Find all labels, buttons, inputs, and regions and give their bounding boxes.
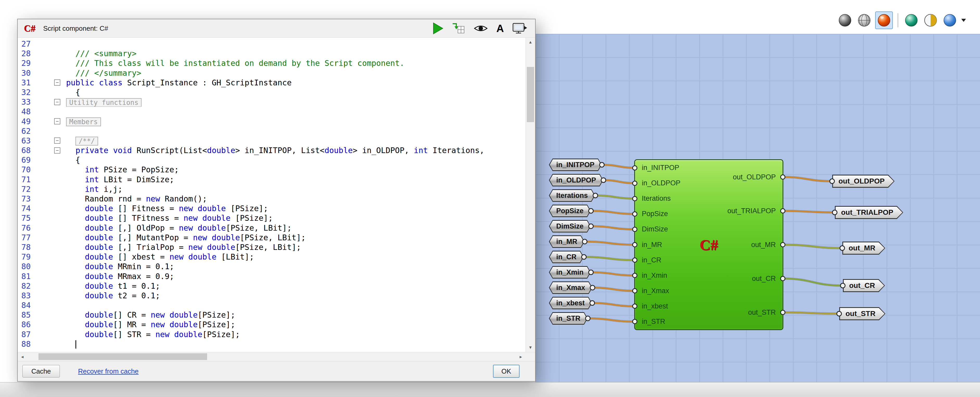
wire-grip[interactable] <box>780 276 785 281</box>
output-param-out_CR[interactable]: out_CR <box>843 279 885 292</box>
input-param-PopSize[interactable]: PopSize <box>549 205 591 217</box>
dropdown-arrow-icon[interactable] <box>961 19 966 22</box>
fold-collapse-icon[interactable]: − <box>54 147 60 154</box>
wire-grip[interactable] <box>632 165 637 171</box>
code-text: private void RunScript(List<double> in_I… <box>65 145 525 155</box>
wire-grip[interactable] <box>588 223 594 229</box>
cache-button[interactable]: Cache <box>22 365 60 378</box>
wire-grip[interactable] <box>632 257 637 263</box>
editor-titlebar[interactable]: C# Script component: C# <box>18 19 535 38</box>
fold-margin[interactable]: − <box>52 145 65 155</box>
wire-grip[interactable] <box>632 227 637 232</box>
line-number: 79 <box>18 252 52 261</box>
wire-grip[interactable] <box>840 246 845 251</box>
fold-margin[interactable]: − <box>52 136 65 145</box>
output-param-out_STR[interactable]: out_STR <box>839 307 885 320</box>
blue-sphere-icon[interactable] <box>942 12 958 29</box>
line-number: 69 <box>18 155 52 165</box>
scroll-down-icon[interactable]: ▼ <box>526 343 535 352</box>
fold-collapse-icon[interactable]: − <box>54 80 60 86</box>
wire-grip[interactable] <box>632 181 637 186</box>
grasshopper-canvas[interactable]: in_INITPOPin_OLDPOPIterationsPopSizeDimS… <box>535 34 980 383</box>
input-param-in_xbest[interactable]: in_xbest <box>549 297 592 309</box>
eye-icon[interactable] <box>474 23 488 33</box>
shaded-sphere-icon[interactable] <box>837 12 853 29</box>
wire-grip[interactable] <box>581 254 587 260</box>
wire-grip[interactable] <box>601 177 606 183</box>
input-param-in_MR[interactable]: in_MR <box>549 235 585 248</box>
fold-margin[interactable]: − <box>52 78 65 88</box>
wire-grip[interactable] <box>829 179 835 184</box>
scroll-right-icon[interactable]: ► <box>516 352 525 361</box>
output-param-out_OLDPOP[interactable]: out_OLDPOP <box>832 175 894 188</box>
red-sphere-icon[interactable] <box>875 11 893 29</box>
wireframe-sphere-icon[interactable] <box>856 12 873 29</box>
recover-from-cache-link[interactable]: Recover from cache <box>78 367 138 375</box>
vertical-scrollbar[interactable]: ▲ ▼ <box>525 38 535 352</box>
hscroll-track[interactable] <box>27 352 516 361</box>
code-lines[interactable]: 2728 /// <summary>29 /// This class will… <box>18 38 525 352</box>
code-text: double MRmax = 0.9; <box>65 271 525 281</box>
capsule-label: in_INITPOP <box>549 161 602 169</box>
code-line: 72 int i,j; <box>18 184 525 194</box>
output-param-out_MR[interactable]: out_MR <box>842 242 885 255</box>
csharp-component-logo[interactable]: C# <box>700 236 718 254</box>
fold-margin[interactable]: − <box>52 97 65 107</box>
component-input-PopSize: PopSize <box>635 206 713 222</box>
component-output-out_STR: out_STR <box>710 295 783 329</box>
code-text <box>65 339 525 349</box>
half-circle-icon[interactable] <box>922 12 939 29</box>
wire-grip[interactable] <box>590 285 595 290</box>
green-sphere-icon[interactable] <box>903 12 920 29</box>
input-param-DimSize[interactable]: DimSize <box>549 220 591 233</box>
insert-source-icon[interactable] <box>452 22 465 35</box>
wire-grip[interactable] <box>832 210 837 215</box>
input-param-in_CR[interactable]: in_CR <box>549 251 584 263</box>
wire-grip[interactable] <box>780 208 785 214</box>
capsule-label: in_CR <box>549 253 584 261</box>
hscroll-thumb[interactable] <box>38 353 207 360</box>
input-param-Iterations[interactable]: Iterations <box>549 189 595 202</box>
component-input-in_INITPOP: in_INITPOP <box>635 160 713 175</box>
input-param-in_INITPOP[interactable]: in_INITPOP <box>549 159 602 171</box>
wire-grip[interactable] <box>837 311 842 317</box>
fold-collapse-icon[interactable]: − <box>54 137 60 144</box>
scroll-left-icon[interactable]: ◄ <box>18 352 27 361</box>
output-param-out_TRIALPOP[interactable]: out_TRIALPOP <box>835 206 903 219</box>
wire-grip[interactable] <box>632 211 637 217</box>
input-param-in_Xmin[interactable]: in_Xmin <box>549 266 591 279</box>
input-param-in_STR[interactable]: in_STR <box>549 312 588 325</box>
wire-grip[interactable] <box>780 174 785 180</box>
fold-collapse-icon[interactable]: − <box>54 99 60 105</box>
font-icon[interactable]: A <box>496 23 504 33</box>
code-text <box>65 300 525 310</box>
wire-grip[interactable] <box>599 162 605 167</box>
run-icon[interactable] <box>433 22 443 34</box>
wire-grip[interactable] <box>632 196 637 201</box>
wire-grip[interactable] <box>582 239 587 244</box>
fold-margin <box>52 261 65 271</box>
wire-grip[interactable] <box>632 242 637 247</box>
wire-grip[interactable] <box>593 193 598 198</box>
vscroll-thumb[interactable] <box>527 67 534 122</box>
wire-grip[interactable] <box>840 283 845 289</box>
capsule-label: out_TRIALPOP <box>835 208 903 217</box>
wire-grip[interactable] <box>585 316 590 321</box>
ok-button[interactable]: OK <box>493 365 520 378</box>
fold-margin[interactable]: − <box>52 116 65 126</box>
scroll-up-icon[interactable]: ▲ <box>526 38 535 46</box>
code-line: 76 double [,] OldPop = new double[PSize,… <box>18 223 525 233</box>
wire-grip[interactable] <box>588 270 594 275</box>
wire-grip[interactable] <box>780 310 785 315</box>
script-component-node[interactable]: in_INITPOPin_OLDPOPIterationsPopSizeDimS… <box>634 159 783 330</box>
horizontal-scrollbar[interactable]: ◄ ► <box>18 352 535 361</box>
wire-grip[interactable] <box>588 208 594 214</box>
input-param-in_OLDPOP[interactable]: in_OLDPOP <box>549 174 603 187</box>
code-editor[interactable]: 2728 /// <summary>29 /// This class will… <box>18 38 535 352</box>
fold-collapse-icon[interactable]: − <box>54 118 60 124</box>
code-text: double [,] TrialPop = new double[PSize, … <box>65 242 525 252</box>
wire-grip[interactable] <box>590 300 595 306</box>
wire-grip[interactable] <box>780 242 785 247</box>
screen-icon[interactable] <box>512 22 527 34</box>
input-param-in_Xmax[interactable]: in_Xmax <box>549 281 592 294</box>
